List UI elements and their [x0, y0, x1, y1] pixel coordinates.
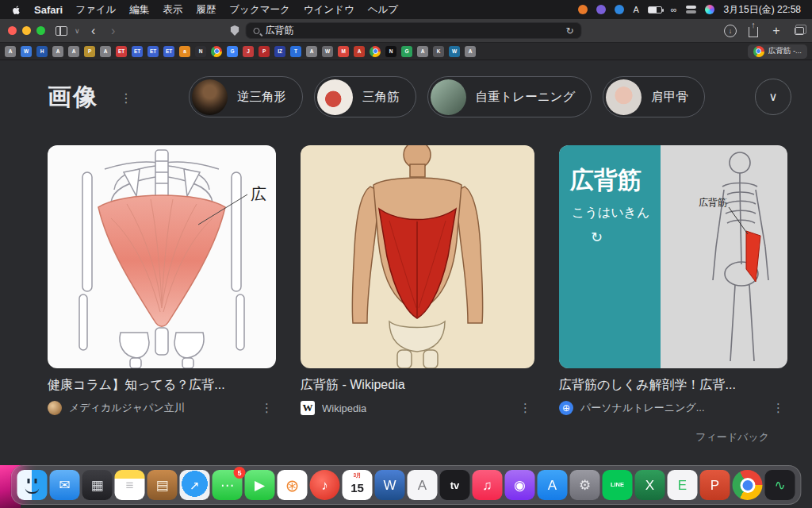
favorite-bookmark-icon[interactable]: M [338, 46, 349, 57]
dock-app-safari[interactable]: ↗ [180, 470, 210, 500]
favorite-bookmark-icon[interactable]: P [259, 46, 270, 57]
dock-app-red-circle-app[interactable]: ♪ [310, 470, 340, 500]
favorite-bookmark-icon[interactable]: A [417, 46, 428, 57]
favorite-bookmark-icon[interactable]: A [465, 46, 476, 57]
dock-app-music[interactable]: ♫ [473, 470, 503, 500]
favorite-bookmark-icon[interactable]: W [21, 46, 32, 57]
favorite-bookmark-icon[interactable]: A [68, 46, 79, 57]
favorite-bookmark-icon[interactable]: J [243, 46, 254, 57]
favorite-bookmark-icon[interactable] [211, 46, 222, 57]
battery-icon[interactable] [648, 6, 662, 13]
heading-more-icon[interactable]: ⋮ [120, 90, 132, 106]
favorite-bookmark-icon[interactable]: G [401, 46, 412, 57]
filter-chip[interactable]: 自重トレーニング [427, 76, 592, 117]
dock-app-notes[interactable]: ≡ [115, 470, 145, 500]
dock-app-system-settings[interactable]: ⚙ [570, 470, 600, 500]
filter-chip[interactable]: 逆三角形 [189, 76, 303, 117]
forward-button[interactable]: › [107, 25, 120, 37]
menu-item[interactable]: ウインドウ [304, 3, 354, 17]
dock-app-activity-monitor[interactable]: ∿ [765, 470, 795, 500]
result-thumbnail-3[interactable]: 広背筋 こうはいきん ↻ [559, 145, 787, 368]
favorite-bookmark-icon[interactable]: ET [116, 46, 127, 57]
back-button[interactable]: ‹ [87, 25, 100, 37]
favorite-bookmark-icon[interactable] [370, 46, 381, 57]
share-icon[interactable]: ↑ [749, 27, 758, 37]
favorite-bookmark-icon[interactable]: A [52, 46, 63, 57]
apple-menu[interactable] [11, 4, 21, 16]
siri-icon[interactable] [705, 5, 714, 14]
result-thumbnail-1[interactable]: 広 [48, 145, 276, 368]
source-name[interactable]: Wikipedia [322, 402, 366, 414]
favorite-bookmark-icon[interactable]: P [84, 46, 95, 57]
dock-app-word[interactable]: W [375, 470, 405, 500]
favorite-bookmark-icon[interactable]: A [100, 46, 111, 57]
result-menu-icon[interactable]: ⋮ [772, 401, 787, 415]
favorite-bookmark-icon[interactable]: A [5, 46, 16, 57]
refresh-icon[interactable]: ↻ [565, 25, 573, 37]
app-menu-safari[interactable]: Safari [34, 4, 63, 16]
menu-item[interactable]: 編集 [129, 3, 149, 17]
dock-app-launchpad[interactable]: ▦ [82, 470, 113, 500]
filter-chip[interactable]: 肩甲骨 [603, 76, 705, 117]
sidebar-toggle-icon[interactable] [56, 26, 67, 36]
dock-app-evernote[interactable]: E [668, 470, 698, 500]
dock-app-calendar[interactable]: 3月15 [343, 470, 373, 500]
favorite-bookmark-icon[interactable]: a [179, 46, 190, 57]
favorite-bookmark-icon[interactable]: H [36, 46, 48, 57]
address-bar[interactable]: 広背筋 ↻ [246, 22, 582, 39]
result-title[interactable]: 健康コラム】知ってる？広背... [48, 377, 276, 394]
result-title[interactable]: 広背筋 - Wikipedia [301, 377, 534, 394]
dock-app-mail[interactable]: ✉ [50, 470, 80, 500]
source-name[interactable]: パーソナルトレーニング... [580, 401, 705, 415]
dock-app-powerpoint[interactable]: P [700, 470, 730, 500]
dock-app-finder[interactable] [17, 470, 48, 500]
result-menu-icon[interactable]: ⋮ [519, 401, 534, 415]
menu-item[interactable]: 表示 [163, 3, 182, 17]
favorite-bookmark-icon[interactable]: N [385, 46, 396, 57]
favorite-bookmark-icon[interactable]: T [290, 46, 301, 57]
downloads-icon[interactable]: ↓ [724, 25, 737, 37]
menu-item[interactable]: ファイル [75, 3, 116, 17]
favorite-bookmark-icon[interactable]: W [449, 46, 460, 57]
dock-app-chrome[interactable] [733, 470, 763, 500]
result-thumbnail-2[interactable] [301, 145, 534, 368]
favorite-bookmark-icon[interactable]: G [227, 46, 238, 57]
dock-app-textedit[interactable]: A [408, 470, 438, 500]
dock-app-apple-tv[interactable]: tv [440, 470, 470, 500]
favorite-bookmark-icon[interactable]: ET [147, 46, 159, 57]
close-window-button[interactable] [8, 26, 17, 35]
dock-app-excel[interactable]: X [635, 470, 665, 500]
dock-app-podcasts[interactable]: ◉ [505, 470, 535, 500]
menu-bar-clock[interactable]: 3月15日(金) 22:58 [724, 3, 801, 17]
privacy-shield-icon[interactable] [231, 25, 239, 36]
cloud-app-icon[interactable] [615, 5, 624, 14]
favorite-bookmark-icon[interactable]: A [354, 46, 365, 57]
eyeglasses-icon[interactable]: ∞ [671, 5, 677, 14]
active-tab[interactable]: 広背筋 -... [748, 44, 807, 59]
password-app-icon[interactable] [596, 5, 606, 14]
favorite-bookmark-icon[interactable]: W [322, 46, 333, 57]
dock-app-books[interactable]: ▤ [147, 470, 178, 500]
favorite-bookmark-icon[interactable]: ET [163, 46, 174, 57]
favorite-bookmark-icon[interactable]: A [306, 46, 317, 57]
recorder-app-icon[interactable] [578, 5, 588, 14]
control-center-icon[interactable] [686, 6, 696, 13]
dock-app-photos[interactable]: ⊛ [278, 470, 308, 500]
menu-item[interactable]: 履歴 [196, 3, 216, 17]
favorite-bookmark-icon[interactable]: IZ [274, 46, 285, 57]
input-source-icon[interactable]: A [633, 5, 638, 14]
menu-item[interactable]: ヘルプ [368, 3, 398, 17]
new-tab-icon[interactable]: + [770, 25, 783, 37]
result-menu-icon[interactable]: ⋮ [261, 401, 276, 415]
tab-overview-icon[interactable] [795, 27, 804, 35]
dock-app-line[interactable]: LINE [603, 470, 633, 500]
favorite-bookmark-icon[interactable]: ET [132, 46, 143, 57]
expand-chips-button[interactable]: ∨ [755, 79, 791, 115]
result-title[interactable]: 広背筋のしくみ解剖学！広背... [559, 377, 787, 394]
feedback-link[interactable]: フィードバック [695, 430, 769, 444]
source-name[interactable]: メディカルジャパン立川 [69, 401, 185, 415]
minimize-window-button[interactable] [22, 26, 31, 35]
dock-app-facetime[interactable]: ▶ [245, 470, 275, 500]
sidebar-chevron-icon[interactable]: ∨ [75, 27, 80, 35]
dock-app-messages[interactable]: ⋯5 [213, 470, 243, 500]
